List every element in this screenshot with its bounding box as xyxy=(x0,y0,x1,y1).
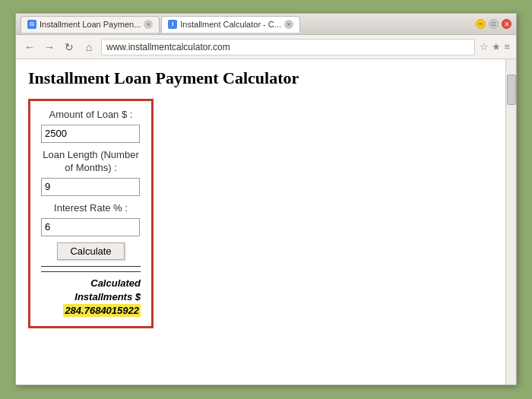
address-bar-icons: ☆ ★ ≡ xyxy=(480,41,510,52)
minimize-button[interactable]: − xyxy=(476,19,486,29)
result-label: Calculated Installments $ xyxy=(41,277,141,304)
tab2-close-icon[interactable]: × xyxy=(284,20,293,29)
tab1-label: Installment Loan Paymen... xyxy=(40,20,141,29)
tab1-close-icon[interactable]: × xyxy=(144,20,153,29)
tab1-favicon: G xyxy=(27,20,36,29)
interest-label: Interest Rate % : xyxy=(41,202,141,215)
tab2-favicon: I xyxy=(168,20,177,29)
bookmark-icon[interactable]: ☆ xyxy=(480,41,489,52)
page-content: Installment Loan Payment Calculator Amou… xyxy=(16,59,516,385)
star-icon[interactable]: ★ xyxy=(492,41,501,52)
forward-button[interactable]: → xyxy=(42,40,57,55)
divider-2 xyxy=(41,271,141,272)
scrollbar-thumb[interactable] xyxy=(507,74,516,105)
amount-input[interactable] xyxy=(41,125,140,143)
tab2-label: Installment Calculator - C... xyxy=(180,20,281,29)
address-input[interactable] xyxy=(101,39,475,55)
length-label: Loan Length (Number of Months) : xyxy=(41,149,141,175)
refresh-button[interactable]: ↻ xyxy=(62,40,77,55)
home-button[interactable]: ⌂ xyxy=(81,40,97,55)
back-button[interactable]: ← xyxy=(22,40,37,55)
close-button[interactable]: ✕ xyxy=(502,19,511,29)
menu-icon[interactable]: ≡ xyxy=(504,41,510,52)
tab-2[interactable]: I Installment Calculator - C... × xyxy=(161,16,300,33)
title-bar: G Installment Loan Paymen... × I Install… xyxy=(16,14,516,35)
length-input[interactable] xyxy=(41,178,140,196)
amount-label: Amount of Loan $ : xyxy=(41,109,141,122)
tab-bar: G Installment Loan Paymen... × I Install… xyxy=(21,16,473,33)
divider xyxy=(41,266,141,267)
scrollbar[interactable] xyxy=(505,59,516,385)
calculate-button[interactable]: Calculate xyxy=(57,242,124,260)
calculator-box: Amount of Loan $ : Loan Length (Number o… xyxy=(28,99,154,328)
address-bar: ← → ↻ ⌂ ☆ ★ ≡ xyxy=(16,35,516,59)
page-title: Installment Loan Payment Calculator xyxy=(28,68,504,88)
result-value: 284.7684015922 xyxy=(63,304,141,317)
maximize-button[interactable]: □ xyxy=(489,19,499,29)
result-section: Calculated Installments $ 284.7684015922 xyxy=(41,277,141,317)
interest-input[interactable] xyxy=(41,218,140,236)
window-controls: − □ ✕ xyxy=(476,19,511,29)
tab-1[interactable]: G Installment Loan Paymen... × xyxy=(21,16,160,33)
browser-window: G Installment Loan Paymen... × I Install… xyxy=(15,13,517,385)
